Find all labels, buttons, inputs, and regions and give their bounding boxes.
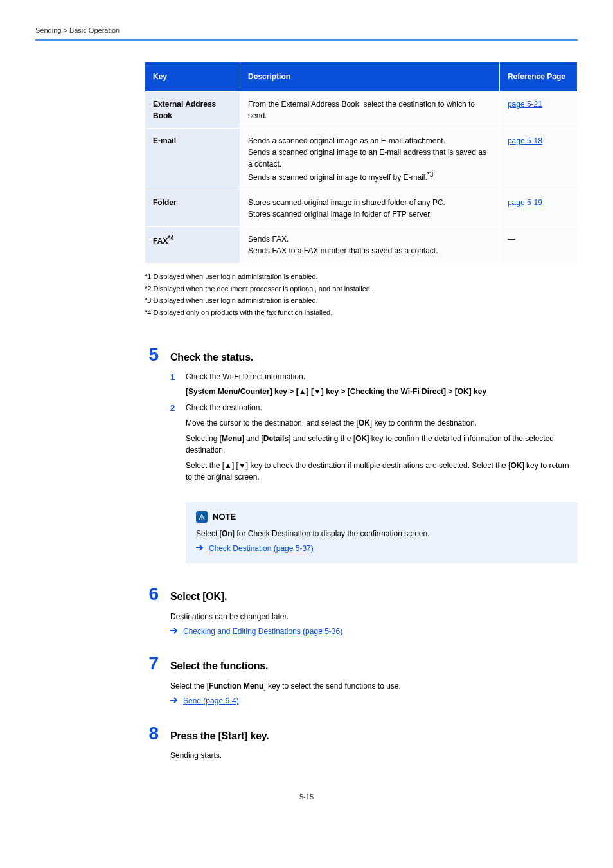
page-header: Sending > Basic Operation [35,26,578,41]
arrow-right-icon [170,696,178,707]
substep-paragraph: Selecting [Menu] and [Details] and selec… [186,433,578,456]
table-cell-desc: From the External Address Book, select t… [240,92,500,129]
note-label: NOTE [213,511,236,523]
note-icon [196,511,208,523]
substep-number: 1 [170,372,179,398]
step-text: Destinations can be changed later. [170,611,578,622]
step-text: Select the [Function Menu] key to select… [170,680,578,692]
footnotes: *1 Displayed when user login administrat… [145,271,578,318]
step-title: Press the [Start] key. [170,729,269,743]
arrow-right-icon [196,543,204,554]
table-cell-ref: ― [499,227,577,264]
table-row: FolderStores scanned original image in s… [145,190,578,227]
table-cell-desc: Sends FAX.Sends FAX to a FAX number that… [240,227,500,264]
substep-number: 2 [170,402,179,567]
footnote: *4 Displayed only on products with the f… [145,307,578,318]
step-text: Sending starts. [170,750,578,761]
table-cell-ref: page 5-21 [499,92,577,129]
table-cell-key: E-mail [145,129,240,190]
table-row: External Address BookFrom the External A… [145,92,578,129]
step-title: Select [OK]. [170,590,227,604]
step-title: Select the functions. [170,659,268,673]
table-header-key: Key [145,62,240,91]
substep-text: Check the destination. [186,402,578,413]
table-row: E-mailSends a scanned original image as … [145,129,578,190]
step-8: 8 Press the [Start] key. Sending starts. [145,725,578,761]
table-cell-ref: page 5-18 [499,129,577,190]
table-cell-key: Folder [145,190,240,227]
note-box: NOTE Select [On] for Check Destination t… [186,502,578,563]
step-6: 6 Select [OK]. Destinations can be chang… [145,585,578,637]
table-cell-key: External Address Book [145,92,240,129]
table-cell-ref: page 5-19 [499,190,577,227]
table-cell-desc: Sends a scanned original image as an E-m… [240,129,500,190]
step-number: 8 [145,725,159,743]
reference-link[interactable]: page 5-18 [508,136,542,145]
step-7: 7 Select the functions. Select the [Func… [145,655,578,706]
step-number: 7 [145,655,159,673]
reference-link[interactable]: page 5-21 [508,100,542,109]
step-link[interactable]: Send (page 6-4) [183,696,239,707]
page-number: 5-15 [35,792,578,802]
step-link[interactable]: Checking and Editing Destinations (page … [183,626,342,637]
substep-text: Check the Wi-Fi Direct information. [186,372,486,383]
step-5: 5 Check the status. 1 Check the Wi-Fi Di… [145,346,578,567]
footnote: *3 Displayed when user login administrat… [145,295,578,306]
reference-link[interactable]: page 5-19 [508,198,542,207]
table-header-ref: Reference Page [499,62,577,91]
footnote: *1 Displayed when user login administrat… [145,271,578,282]
step-title: Check the status. [170,350,253,365]
substep-paragraph: Move the cursor to the destination, and … [186,417,578,429]
breadcrumb: Sending > Basic Operation [35,26,120,35]
table-cell-key: FAX*4 [145,227,240,264]
svg-rect-1 [202,519,202,520]
table-cell-desc: Stores scanned original image in shared … [240,190,500,227]
step-number: 6 [145,585,159,603]
table-header-desc: Description [240,62,500,91]
destination-table: Key Description Reference Page External … [145,62,578,264]
key-sequence: [System Menu/Counter] key > [▲] [▼] key … [186,386,486,397]
svg-rect-0 [202,517,202,519]
step-number: 5 [145,346,159,364]
note-body: Select [On] for Check Destination to dis… [196,528,567,539]
arrow-right-icon [170,626,178,637]
table-row: FAX*4Sends FAX.Sends FAX to a FAX number… [145,227,578,264]
footnote: *2 Displayed when the document processor… [145,284,578,294]
note-link[interactable]: Check Destination (page 5-37) [209,543,314,554]
substep-paragraph: Select the [▲] [▼] key to check the dest… [186,460,578,483]
